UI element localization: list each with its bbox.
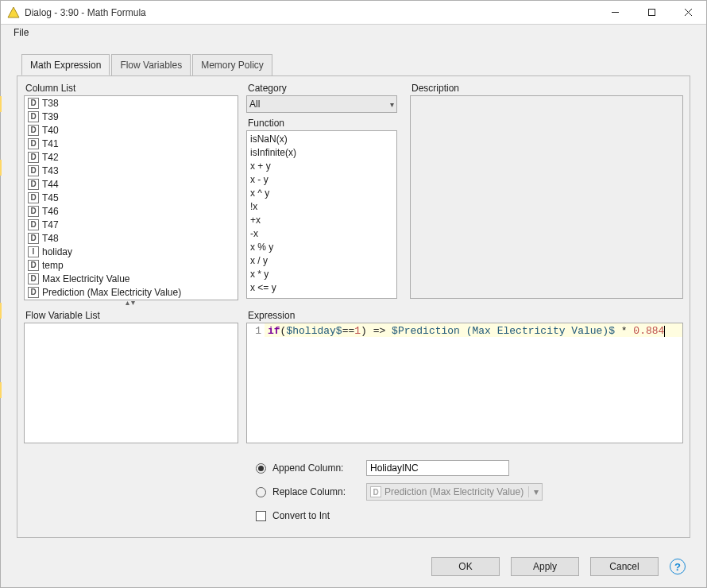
bg-hint <box>0 303 2 319</box>
category-label: Category <box>246 83 397 94</box>
column-list-item[interactable]: DT42 <box>25 150 238 164</box>
column-list-item-label: T47 <box>42 219 59 230</box>
double-type-icon: D <box>28 260 39 271</box>
double-type-icon: D <box>28 111 39 122</box>
flow-variable-label: Flow Variable List <box>24 310 238 321</box>
minimize-button[interactable] <box>597 1 633 24</box>
tab-flow-variables[interactable]: Flow Variables <box>111 54 191 75</box>
column-list-item-label: T45 <box>42 192 59 203</box>
description-col: Description <box>410 83 683 299</box>
description-box[interactable] <box>410 95 683 299</box>
column-list-item[interactable]: DT39 <box>25 110 238 123</box>
bg-hint <box>0 160 2 176</box>
svg-marker-0 <box>8 7 19 17</box>
tok-mul: * <box>615 325 633 337</box>
apply-button[interactable]: Apply <box>511 557 579 576</box>
flow-expression-row: Flow Variable List Expression 1 if($holi… <box>24 310 683 443</box>
column-list-item[interactable]: DT45 <box>25 191 238 204</box>
close-button[interactable] <box>670 1 706 24</box>
bg-hint <box>0 96 2 112</box>
column-list-item-label: temp <box>42 260 64 271</box>
expression-code[interactable]: if($holiday$==1) => $Prediction (Max Ele… <box>265 323 682 337</box>
function-list-item[interactable]: isNaN(x) <box>247 132 396 145</box>
function-list-item[interactable]: x - y <box>247 172 396 186</box>
column-list-item[interactable]: DMax Electricity Value <box>25 272 238 285</box>
column-list-item[interactable]: DT48 <box>25 231 238 245</box>
double-type-icon: D <box>370 486 381 497</box>
replace-column-label: Replace Column: <box>272 486 360 497</box>
column-list-item-label: T42 <box>42 152 59 163</box>
tok-if: if <box>268 325 280 337</box>
tab-math-expression[interactable]: Math Expression <box>21 54 110 75</box>
dialog-button-bar: OK Apply Cancel ? <box>1 557 706 576</box>
column-list[interactable]: DT37DT38DT39DT40DT41DT42DT43DT44DT45DT46… <box>24 95 238 300</box>
maximize-button[interactable] <box>633 1 670 24</box>
append-column-radio[interactable] <box>256 463 266 474</box>
function-list-item[interactable]: x <= y <box>247 280 396 294</box>
column-list-item[interactable]: DT43 <box>25 164 238 177</box>
double-type-icon: D <box>28 273 39 284</box>
double-type-icon: D <box>28 233 39 244</box>
tok-holiday: $holiday$ <box>286 325 342 337</box>
replace-column-select[interactable]: D Prediction (Max Electricity Value) ▾ <box>366 483 543 501</box>
double-type-icon: D <box>28 98 39 109</box>
tab-container: Math Expression Flow Variables Memory Po… <box>17 53 690 538</box>
function-list-item[interactable]: x >= y <box>247 294 396 299</box>
column-list-item-label: T38 <box>42 98 59 109</box>
function-list[interactable]: isNaN(x)isInfinite(x)x + yx - yx ^ y!x+x… <box>246 130 397 299</box>
tok-arrow: => <box>367 325 392 337</box>
mid-top-row: Category All ▾ Function isNaN(x)isInfini… <box>246 83 683 299</box>
flow-variable-group: Flow Variable List <box>24 310 238 443</box>
chevron-down-icon: ▾ <box>528 486 539 497</box>
column-list-item[interactable]: DT44 <box>25 177 238 191</box>
function-list-item[interactable]: x + y <box>247 159 396 172</box>
menu-file[interactable]: File <box>9 25 33 40</box>
function-list-item[interactable]: x / y <box>247 253 396 267</box>
tab-memory-policy[interactable]: Memory Policy <box>192 54 272 75</box>
category-function-col: Category All ▾ Function isNaN(x)isInfini… <box>246 83 397 299</box>
column-list-item[interactable]: Iholiday <box>25 245 238 258</box>
knime-triangle-icon <box>7 6 20 19</box>
column-list-item[interactable]: DT47 <box>25 218 238 231</box>
function-list-item[interactable]: +x <box>247 213 396 226</box>
expression-editor[interactable]: 1 if($holiday$==1) => $Prediction (Max E… <box>246 323 683 443</box>
function-list-item[interactable]: !x <box>247 199 396 213</box>
column-list-item[interactable]: Dtemp <box>25 258 238 272</box>
convert-to-int-checkbox[interactable] <box>256 511 266 521</box>
replace-column-row: Replace Column: D Prediction (Max Electr… <box>256 480 674 504</box>
column-list-item-label: T41 <box>42 138 59 149</box>
function-list-item[interactable]: x ^ y <box>247 186 396 199</box>
column-list-item[interactable]: DT38 <box>25 96 238 110</box>
double-type-icon: D <box>28 152 39 163</box>
function-list-item[interactable]: isInfinite(x) <box>247 145 396 159</box>
cancel-button[interactable]: Cancel <box>590 557 659 576</box>
expression-group: Expression 1 if($holiday$==1) => $Predic… <box>246 310 683 443</box>
double-type-icon: D <box>28 206 39 217</box>
function-label: Function <box>246 118 397 129</box>
function-list-item[interactable]: x % y <box>247 240 396 253</box>
window-title: Dialog - 3:90 - Math Formula <box>25 7 597 18</box>
column-list-item[interactable]: DPrediction (Max Electricity Value) <box>25 285 238 299</box>
category-select[interactable]: All ▾ <box>246 95 397 113</box>
column-list-item-label: Prediction (Max Electricity Value) <box>42 287 181 298</box>
function-list-item[interactable]: x * y <box>247 267 396 280</box>
convert-to-int-row: Convert to Int <box>256 504 674 528</box>
help-button[interactable]: ? <box>670 559 686 574</box>
column-list-item-label: T40 <box>42 125 59 136</box>
column-list-item[interactable]: DT46 <box>25 204 238 218</box>
append-column-label: Append Column: <box>272 462 360 474</box>
svg-rect-2 <box>648 10 655 16</box>
bg-hint <box>0 382 2 398</box>
column-list-item[interactable]: DT41 <box>25 137 238 150</box>
flow-variable-list[interactable] <box>24 323 238 443</box>
append-column-input[interactable] <box>366 460 509 476</box>
output-options: Append Column: Replace Column: D Predict… <box>256 456 674 528</box>
column-list-group: Column List DT37DT38DT39DT40DT41DT42DT43… <box>24 83 238 305</box>
column-list-item-label: T46 <box>42 206 59 217</box>
column-list-item[interactable]: DT40 <box>25 123 238 137</box>
ok-button[interactable]: OK <box>431 557 500 576</box>
function-list-item[interactable]: -x <box>247 226 396 240</box>
dialog-window: Dialog - 3:90 - Math Formula File Math E… <box>0 0 707 588</box>
column-list-divider: ▴▾ <box>24 300 238 305</box>
replace-column-radio[interactable] <box>256 487 266 497</box>
